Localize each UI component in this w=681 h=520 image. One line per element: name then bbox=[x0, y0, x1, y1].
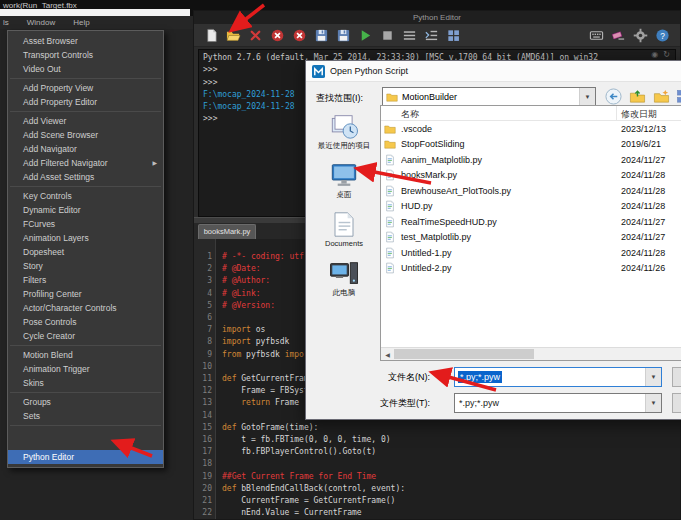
save-script-icon[interactable] bbox=[314, 28, 329, 43]
file-row-aanim-matplotlib-py[interactable]: Aanim_Matplotlib.py2024/11/27 bbox=[381, 152, 681, 168]
menu-item-animation-trigger[interactable]: Animation Trigger bbox=[8, 362, 163, 376]
code-line: t = fb.FBTime(0, 0, 0, time, 0) bbox=[222, 434, 429, 446]
menu-item-video-out[interactable]: Video Out bbox=[8, 62, 163, 76]
indent-icon[interactable] bbox=[424, 28, 439, 43]
open-button[interactable]: 打开(O) bbox=[672, 367, 681, 387]
submenu-arrow-icon: ▶ bbox=[152, 156, 157, 170]
save-all-icon[interactable] bbox=[336, 28, 351, 43]
place-recent[interactable]: 最近使用的项目 bbox=[311, 113, 377, 150]
menu-separator bbox=[10, 111, 161, 112]
line-numbers-icon[interactable] bbox=[402, 28, 417, 43]
quick-field[interactable] bbox=[0, 9, 190, 16]
file-name: RealTimeSpeedHUD.py bbox=[401, 217, 617, 227]
menubar-item-help[interactable]: Help bbox=[73, 18, 89, 27]
file-row-booksmark-py[interactable]: booksMark.py2024/11/28 bbox=[381, 168, 681, 184]
file-row-brewhouseart-plottools-py[interactable]: BrewhouseArt_PlotTools.py2024/11/28 bbox=[381, 183, 681, 199]
run-script-icon[interactable] bbox=[358, 28, 373, 43]
menu-item-key-controls[interactable]: Key Controls bbox=[8, 189, 163, 203]
back-button[interactable] bbox=[604, 87, 623, 106]
menubar-item-ls[interactable]: ls bbox=[3, 18, 9, 27]
menu-item-dopesheet[interactable]: Dopesheet bbox=[8, 245, 163, 259]
settings-icon[interactable] bbox=[633, 28, 648, 43]
tab-booksmark-py[interactable]: booksMark.py bbox=[198, 224, 256, 239]
file-name-label: 文件名(N): bbox=[388, 371, 430, 384]
keyboard-icon[interactable] bbox=[589, 28, 604, 43]
menu-item-profiling-center[interactable]: Profiling Center bbox=[8, 287, 163, 301]
stop-script-icon[interactable] bbox=[270, 28, 285, 43]
line-number: 19 bbox=[194, 471, 212, 483]
open-python-script-dialog: Open Python Script 查找范围(I): MotionBuilde… bbox=[305, 60, 681, 420]
scroll-left-icon[interactable]: ◀ bbox=[381, 348, 394, 360]
menu-item-add-viewer[interactable]: Add Viewer bbox=[8, 114, 163, 128]
menu-item-sets[interactable]: Sets bbox=[8, 409, 163, 423]
menu-item-groups[interactable]: Groups bbox=[8, 395, 163, 409]
stop-run-icon[interactable] bbox=[380, 28, 395, 43]
chevron-down-icon[interactable]: ▼ bbox=[645, 368, 661, 386]
scrollbar-thumb[interactable] bbox=[394, 349, 534, 359]
open-script-icon[interactable] bbox=[226, 28, 241, 43]
menu-item-transport-controls[interactable]: Transport Controls bbox=[8, 48, 163, 62]
menu-item-python-editor[interactable]: Python Editor bbox=[8, 450, 163, 464]
menu-item-filters[interactable]: Filters bbox=[8, 273, 163, 287]
file-type-combo[interactable]: *.py;*.pyw ▼ bbox=[454, 393, 662, 413]
place-label: Documents bbox=[311, 239, 377, 248]
file-name-value: *.py;*.pyw bbox=[458, 371, 502, 383]
menu-separator bbox=[10, 345, 161, 346]
menu-item-animation-layers[interactable]: Animation Layers bbox=[8, 231, 163, 245]
place-desktop[interactable]: 桌面 bbox=[311, 162, 377, 199]
menu-item-pose-controls[interactable]: Pose Controls bbox=[8, 315, 163, 329]
cancel-button[interactable]: 取消 bbox=[672, 393, 681, 413]
line-number-gutter: 12345678910111213141516171819202122 bbox=[194, 239, 216, 519]
chevron-down-icon[interactable]: ▼ bbox=[579, 88, 595, 105]
horizontal-scrollbar[interactable]: ◀ bbox=[381, 347, 681, 360]
file-row-untitled-2-py[interactable]: Untitled-2.py2024/11/26 bbox=[381, 261, 681, 277]
file-row-realtimespeedhud-py[interactable]: RealTimeSpeedHUD.py2024/11/27 bbox=[381, 214, 681, 230]
up-one-level-button[interactable] bbox=[628, 87, 647, 106]
menu-separator bbox=[10, 392, 161, 393]
file-name-combo[interactable]: *.py;*.pyw ▼ bbox=[454, 367, 662, 387]
look-in-combo[interactable]: MotionBuilder ▼ bbox=[382, 87, 596, 106]
menu-item-add-asset-settings[interactable]: Add Asset Settings bbox=[8, 170, 163, 184]
file-row-untitled-1-py[interactable]: Untitled-1.py2024/11/28 bbox=[381, 245, 681, 261]
file-row-hud-py[interactable]: HUD.py2024/11/28 bbox=[381, 199, 681, 215]
console-lock-icon[interactable]: ◉ bbox=[651, 50, 658, 59]
menu-item-skins[interactable]: Skins bbox=[8, 376, 163, 390]
menubar-item-window[interactable]: Window bbox=[27, 18, 55, 27]
menu-item-fcurves[interactable]: FCurves bbox=[8, 217, 163, 231]
clear-console-icon[interactable] bbox=[611, 28, 626, 43]
menu-item-add-navigator[interactable]: Add Navigator bbox=[8, 142, 163, 156]
file-row-test-matplotlib-py[interactable]: test_Matplotlib.py2024/11/27 bbox=[381, 230, 681, 246]
menu-item-cycle-creator[interactable]: Cycle Creator bbox=[8, 329, 163, 343]
menu-item-add-property-editor[interactable]: Add Property Editor bbox=[8, 95, 163, 109]
menu-item-motion-blend[interactable]: Motion Blend bbox=[8, 348, 163, 362]
view-menu-button[interactable]: ▼ bbox=[674, 87, 681, 106]
column-header-date[interactable]: 修改日期 bbox=[617, 106, 657, 120]
file-row-vscode[interactable]: .vscode2023/12/13 bbox=[381, 121, 681, 137]
menu-item-add-property-view[interactable]: Add Property View bbox=[8, 81, 163, 95]
chevron-down-icon[interactable]: ▼ bbox=[645, 394, 661, 412]
code-line: nEnd.Value = CurrentFrame bbox=[222, 507, 429, 519]
place-this-pc[interactable]: 此电脑 bbox=[311, 260, 377, 297]
new-folder-button[interactable] bbox=[652, 87, 671, 106]
new-script-icon[interactable] bbox=[204, 28, 219, 43]
menu-item-asset-browser[interactable]: Asset Browser bbox=[8, 34, 163, 48]
console-corner-icons: ◉ ↻ bbox=[651, 50, 670, 59]
file-row-stopfootsliding[interactable]: StopFootSliding2019/6/21 bbox=[381, 137, 681, 153]
console-refresh-icon[interactable]: ↻ bbox=[663, 50, 670, 59]
menu-item-dynamic-editor[interactable]: Dynamic Editor bbox=[8, 203, 163, 217]
close-script-icon[interactable] bbox=[248, 28, 263, 43]
kill-script-icon[interactable] bbox=[292, 28, 307, 43]
help-icon[interactable]: ? bbox=[655, 28, 670, 43]
menu-item-add-scene-browser[interactable]: Add Scene Browser bbox=[8, 128, 163, 142]
line-number: 9 bbox=[194, 349, 212, 361]
snippets-icon[interactable] bbox=[446, 28, 461, 43]
dialog-titlebar[interactable]: Open Python Script bbox=[306, 61, 681, 82]
python-editor-titlebar[interactable]: Python Editor bbox=[194, 11, 680, 24]
python-file-icon bbox=[384, 216, 396, 228]
file-date: 2024/11/26 bbox=[617, 263, 665, 273]
menu-item-add-filtered-navigator[interactable]: Add Filtered Navigator▶ bbox=[8, 156, 163, 170]
column-header-name[interactable]: 名称 bbox=[381, 106, 617, 120]
menu-item-story[interactable]: Story bbox=[8, 259, 163, 273]
place-documents[interactable]: Documents bbox=[311, 211, 377, 248]
menu-item-actor-character-controls[interactable]: Actor/Character Controls bbox=[8, 301, 163, 315]
